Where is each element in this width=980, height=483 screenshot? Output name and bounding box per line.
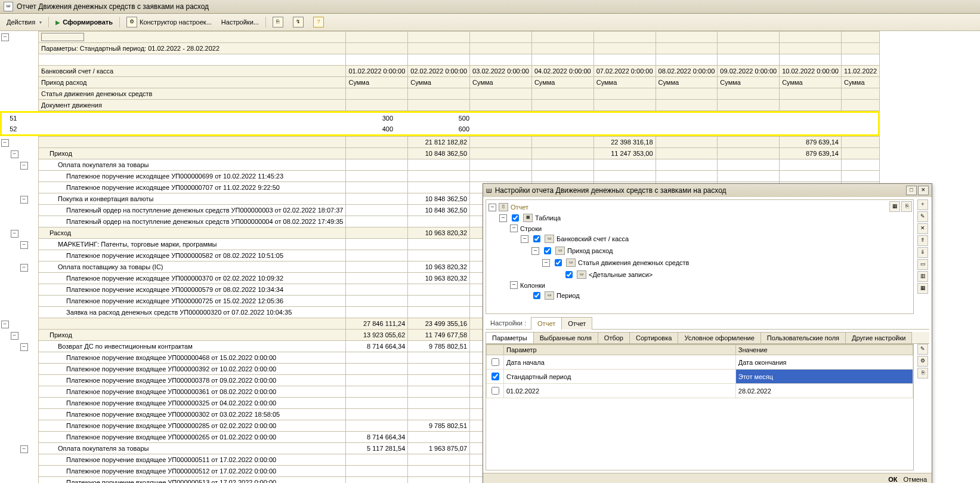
cancel-button[interactable]: Отмена: [904, 476, 927, 483]
delete-button[interactable]: ✕: [917, 223, 928, 234]
tree-toggle[interactable]: –: [11, 230, 18, 238]
expand-icon[interactable]: –: [499, 214, 507, 222]
tree-node[interactable]: –▦Таблица: [489, 212, 911, 224]
report-row[interactable]: Платежное поручение исходящее УП00000069…: [0, 171, 880, 182]
param-side-toolbar: ✎ ⚙ ⎘: [916, 344, 932, 473]
node-icon: ▭: [545, 235, 554, 243]
help-icon: ?: [313, 17, 324, 27]
tree-toggle[interactable]: –: [20, 445, 28, 453]
tree-checkbox[interactable]: [533, 235, 540, 242]
node-label: Таблица: [535, 214, 561, 221]
settings-tab[interactable]: Условное оформление: [678, 332, 760, 343]
tree-checkbox[interactable]: [533, 292, 540, 299]
tree-checkbox[interactable]: [565, 271, 573, 278]
add-button[interactable]: +: [917, 199, 928, 210]
tree-node[interactable]: –Колонки: [489, 281, 911, 290]
expand-icon[interactable]: –: [521, 235, 528, 243]
settings-constructor-button[interactable]: ⚙Конструктор настроек...: [122, 15, 216, 29]
node-icon: ▭: [555, 247, 565, 255]
tree-node[interactable]: –▯Отчет: [489, 202, 911, 212]
settings-tab[interactable]: Сортировка: [629, 332, 678, 343]
param-checkbox[interactable]: [491, 387, 499, 395]
tab-report-2[interactable]: Отчет: [561, 317, 592, 330]
param-copy-icon[interactable]: ⎘: [917, 368, 928, 379]
param-props-icon[interactable]: ⚙: [917, 356, 928, 367]
expand-icon[interactable]: –: [531, 247, 539, 255]
play-icon: ▶: [55, 19, 60, 26]
node-label: Отчет: [511, 204, 528, 211]
report-row[interactable]: –Оплата покупателя за товары: [0, 159, 880, 171]
settings-tab[interactable]: Пользовательские поля: [760, 332, 846, 343]
tree-node[interactable]: –▭Статья движения денежных средств: [489, 257, 911, 269]
tree-toggle[interactable]: –: [1, 139, 9, 147]
dialog-title-bar[interactable]: ш Настройки отчета Движения денежных сре…: [483, 184, 932, 197]
extra-button-2[interactable]: ▥: [917, 271, 928, 282]
structure-tree[interactable]: ▦ ⎘ –▯Отчет–▦Таблица–Строки–▭Банковский …: [486, 199, 914, 314]
param-checkbox[interactable]: [491, 358, 499, 366]
node-icon: ▭: [545, 291, 554, 300]
tab-report-1[interactable]: Отчет: [531, 317, 562, 330]
param-row[interactable]: Дата началаДата окончания: [487, 355, 913, 370]
report-row[interactable]: –21 812 182,8222 398 316,18879 639,14: [0, 137, 880, 148]
tree-checkbox[interactable]: [544, 247, 551, 254]
node-label: Строки: [520, 225, 542, 232]
tree-toggle[interactable]: –: [11, 332, 18, 340]
tree-node[interactable]: –▭Приход расход: [489, 245, 911, 257]
tree-checkbox[interactable]: [555, 259, 562, 266]
tree-node[interactable]: –▭Банковский счет / касса: [489, 233, 911, 245]
extra-button-1[interactable]: ▭: [917, 259, 928, 270]
settings-upper-tabs: Настройки : Отчет Отчет: [486, 316, 929, 330]
report-row[interactable]: –Приход10 848 362,5011 247 353,00879 639…: [0, 148, 880, 159]
settings-tab[interactable]: Выбранные поля: [533, 332, 598, 343]
param-checkbox[interactable]: [491, 373, 499, 380]
tree-toggle[interactable]: –: [20, 196, 28, 204]
node-label: Банковский счет / касса: [557, 235, 629, 242]
close-button[interactable]: ✕: [918, 186, 929, 195]
tree-toggle[interactable]: –: [20, 241, 28, 249]
tree-node[interactable]: –Строки: [489, 224, 911, 233]
settings-tab[interactable]: Параметры: [486, 332, 534, 343]
maximize-button[interactable]: □: [906, 186, 917, 195]
tree-toolbar-icon-1[interactable]: ▦: [889, 201, 900, 212]
ok-button[interactable]: ОК: [888, 476, 897, 483]
actions-menu[interactable]: Действия: [2, 17, 46, 27]
refresh-icon: ↯: [293, 17, 304, 27]
tree-toggle[interactable]: –: [11, 150, 18, 158]
tree-node[interactable]: ▭Период: [489, 290, 911, 302]
edit-button[interactable]: ✎: [917, 211, 928, 222]
app-icon: ш: [4, 2, 13, 11]
node-label: Колонки: [520, 282, 545, 289]
side-toolbar: + ✎ ✕ ⇑ ⇓ ▭ ▥ ▦: [916, 197, 932, 316]
move-up-button[interactable]: ⇑: [917, 235, 928, 246]
generate-button[interactable]: ▶Сформировать: [51, 17, 117, 27]
tree-checkbox[interactable]: [512, 214, 519, 221]
move-down-button[interactable]: ⇓: [917, 247, 928, 258]
param-row[interactable]: 01.02.202228.02.2022: [487, 384, 913, 398]
settings-lower-tabs: ПараметрыВыбранные поляОтборСортировкаУс…: [486, 332, 929, 344]
settings-tab[interactable]: Отбор: [598, 332, 630, 343]
toolbar-icon-2[interactable]: ↯: [289, 15, 308, 29]
help-button[interactable]: ?: [309, 15, 328, 29]
tree-node[interactable]: ▭<Детальные записи>: [489, 269, 911, 281]
expand-icon[interactable]: –: [510, 224, 518, 232]
param-row[interactable]: Стандартный периодЭтот месяц: [487, 370, 913, 384]
tree-toggle[interactable]: –: [20, 264, 28, 272]
expand-icon[interactable]: –: [510, 281, 518, 289]
extra-button-3[interactable]: ▦: [917, 283, 928, 294]
expand-icon[interactable]: –: [542, 259, 550, 267]
tree-toggle[interactable]: –: [20, 343, 28, 351]
toolbar-icon-1[interactable]: ⎘: [268, 15, 287, 29]
parameters-grid[interactable]: ПараметрЗначениеДата началаДата окончани…: [486, 344, 914, 470]
window-title: Отчет Движения денежных средств с заявка…: [17, 2, 209, 11]
node-icon: ▯: [499, 203, 508, 211]
settings-dialog: ш Настройки отчета Движения денежных сре…: [483, 183, 932, 483]
param-edit-icon[interactable]: ✎: [917, 344, 928, 355]
tree-toolbar-icon-2[interactable]: ⎘: [901, 201, 912, 212]
settings-tab[interactable]: Другие настройки: [845, 332, 912, 343]
settings-button[interactable]: Настройки...: [217, 17, 263, 27]
tree-toggle[interactable]: –: [1, 321, 9, 328]
tree-toggle[interactable]: –: [20, 162, 28, 170]
collapse-all-button[interactable]: –: [1, 33, 9, 41]
param-header: Значение: [735, 345, 913, 355]
expand-icon[interactable]: –: [489, 204, 496, 211]
